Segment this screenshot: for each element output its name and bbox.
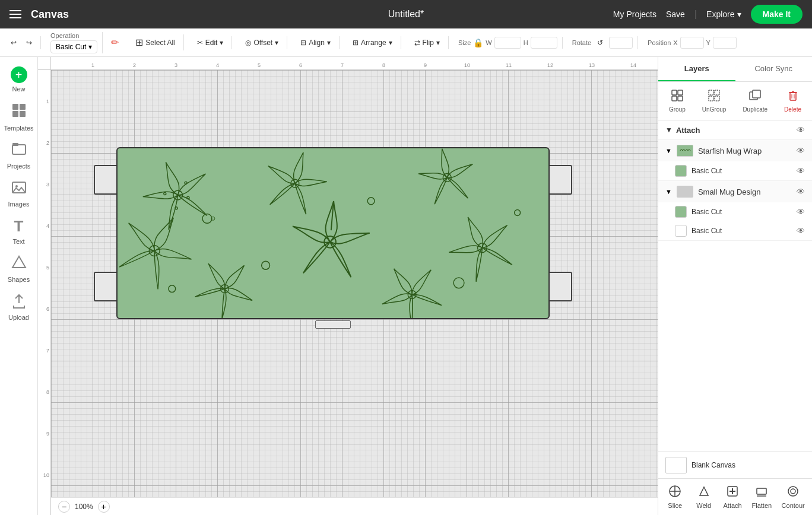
tab-color-sync[interactable]: Color Sync	[735, 57, 813, 81]
document-title[interactable]: Untitled*	[388, 9, 424, 20]
my-projects-link[interactable]: My Projects	[613, 9, 656, 19]
undo-button[interactable]: ↩	[7, 36, 20, 49]
mug-bottom-tab	[315, 320, 351, 329]
starfish-mug-wrap-name: Starfish Mug Wrap	[698, 147, 792, 155]
contour-button[interactable]: Contour	[777, 482, 810, 511]
horizontal-ruler: 1 2 3 4 5 6 7 8 9 10 11 12 13 14	[51, 57, 658, 70]
vertical-ruler: 1 2 3 4 5 6 7 8 9 10	[38, 70, 51, 515]
starfish-mug-wrap-visibility-button[interactable]: 👁	[797, 146, 805, 155]
delete-button[interactable]: Delete	[779, 87, 806, 115]
zoom-out-button[interactable]: −	[58, 501, 70, 513]
edit-pencil-button[interactable]: ✏	[107, 34, 122, 50]
duplicate-label: Duplicate	[743, 106, 767, 113]
sidebar-item-new[interactable]: + New	[0, 62, 37, 97]
attach-visibility-button[interactable]: 👁	[797, 125, 805, 135]
flip-chevron-icon: ▾	[436, 39, 440, 47]
canvas-area[interactable]: 1 2 3 4 5 6 7 8 9 10 11 12 13 14 1 2 3	[38, 57, 658, 515]
slice-label: Slice	[668, 502, 682, 509]
layer-item-basic-cut-3[interactable]: Basic Cut 👁	[658, 221, 812, 240]
svg-rect-2	[12, 111, 18, 117]
flatten-button[interactable]: Flatten	[747, 482, 777, 511]
sidebar-item-shapes[interactable]: Shapes	[0, 250, 37, 288]
shapes-icon	[11, 255, 27, 274]
weld-label: Weld	[696, 502, 711, 509]
redo-button[interactable]: ↪	[23, 36, 36, 49]
offset-chevron-icon: ▾	[275, 39, 278, 47]
top-nav: Canvas Untitled* My Projects Save | Expl…	[0, 0, 812, 28]
brand-logo: Canvas	[31, 8, 69, 21]
y-input[interactable]	[713, 37, 737, 49]
mug-wrap-body	[116, 147, 550, 319]
flip-group: ⇄ Flip ▾	[406, 36, 449, 49]
svg-point-28	[453, 278, 464, 288]
svg-point-51	[788, 487, 798, 496]
blank-canvas-label: Blank Canvas	[692, 461, 735, 469]
select-all-icon: ⊞	[135, 37, 143, 48]
sidebar-item-projects[interactable]: Projects	[0, 136, 37, 174]
images-icon	[11, 179, 27, 198]
contour-label: Contour	[782, 502, 805, 509]
mug-wrap-design[interactable]	[116, 147, 550, 319]
select-all-button[interactable]: ⊞ Select All	[132, 34, 178, 50]
width-input[interactable]	[494, 37, 521, 49]
sidebar-item-templates[interactable]: Templates	[0, 97, 37, 136]
edit-button[interactable]: ✂ Edit ▾	[194, 36, 227, 49]
basic-cut-1-swatch	[675, 165, 687, 177]
offset-button[interactable]: ◎ Offset ▾	[242, 36, 282, 49]
sidebar-item-text[interactable]: T Text	[0, 212, 37, 250]
svg-rect-4	[12, 145, 26, 154]
explore-link[interactable]: Explore ▾	[706, 9, 741, 19]
make-it-button[interactable]: Make It	[751, 5, 803, 24]
basic-cut-1-visibility-button[interactable]: 👁	[797, 166, 805, 176]
attach-expand-icon[interactable]: ▼	[665, 126, 673, 134]
position-group: Position X Y	[643, 37, 741, 49]
duplicate-button[interactable]: Duplicate	[738, 87, 772, 115]
nav-divider: |	[694, 9, 697, 20]
basic-cut-3-visibility-button[interactable]: 👁	[797, 226, 805, 236]
tab-layers[interactable]: Layers	[658, 57, 735, 81]
canvas-viewport[interactable]	[51, 70, 658, 497]
slice-button[interactable]: Slice	[661, 482, 689, 511]
group-button[interactable]: Group	[664, 87, 690, 115]
layer-item-basic-cut-2[interactable]: Basic Cut 👁	[658, 202, 812, 221]
svg-rect-5	[12, 143, 18, 146]
small-mug-design-header[interactable]: ▼ Small Mug Design 👁	[658, 181, 812, 202]
svg-rect-38	[753, 90, 760, 98]
edit-group: ✂ Edit ▾	[189, 36, 233, 49]
x-input[interactable]	[680, 37, 704, 49]
svg-point-11	[186, 196, 189, 199]
bottom-actions: Slice Weld Attach Flatten	[658, 478, 812, 515]
basic-cut-3-swatch	[675, 225, 687, 237]
menu-icon[interactable]	[9, 10, 21, 18]
layer-item-basic-cut-1[interactable]: Basic Cut 👁	[658, 161, 812, 180]
basic-cut-2-visibility-button[interactable]: 👁	[797, 207, 805, 217]
small-mug-design-visibility-button[interactable]: 👁	[797, 187, 805, 196]
arrange-button[interactable]: ⊞ Arrange ▾	[349, 36, 396, 49]
right-panel: Layers Color Sync Group UnGroup	[658, 57, 812, 515]
rotate-icon-btn[interactable]: ↺	[594, 36, 607, 49]
zoom-in-button[interactable]: +	[98, 501, 110, 513]
operation-select[interactable]: Basic Cut ▾	[50, 40, 97, 53]
toolbar: ↩ ↪ Operation Basic Cut ▾ ✏ ⊞ Select All…	[0, 28, 812, 57]
svg-point-24	[367, 198, 375, 205]
zoom-level: 100%	[75, 503, 93, 511]
starfish-design-svg	[118, 148, 548, 318]
sidebar-item-upload[interactable]: Upload	[0, 288, 37, 326]
svg-point-25	[262, 261, 270, 269]
weld-button[interactable]: Weld	[690, 482, 718, 511]
sidebar-item-images[interactable]: Images	[0, 174, 37, 212]
lock-icon[interactable]: 🔒	[473, 38, 483, 47]
svg-rect-32	[678, 96, 683, 101]
rotate-input[interactable]	[609, 37, 633, 49]
save-button[interactable]: Save	[666, 9, 685, 19]
ungroup-button[interactable]: UnGroup	[697, 87, 731, 115]
flip-button[interactable]: ⇄ Flip ▾	[411, 36, 443, 49]
height-input[interactable]	[531, 37, 557, 49]
undo-icon: ↩	[11, 39, 17, 47]
redo-icon: ↪	[26, 39, 32, 47]
svg-point-12	[163, 192, 166, 195]
attach-action-button[interactable]: Attach	[718, 482, 747, 511]
starfish-mug-wrap-header[interactable]: ▼ Starfish Mug Wrap 👁	[658, 140, 812, 161]
align-button[interactable]: ⊟ Align ▾	[297, 36, 334, 49]
align-chevron-icon: ▾	[327, 39, 331, 47]
